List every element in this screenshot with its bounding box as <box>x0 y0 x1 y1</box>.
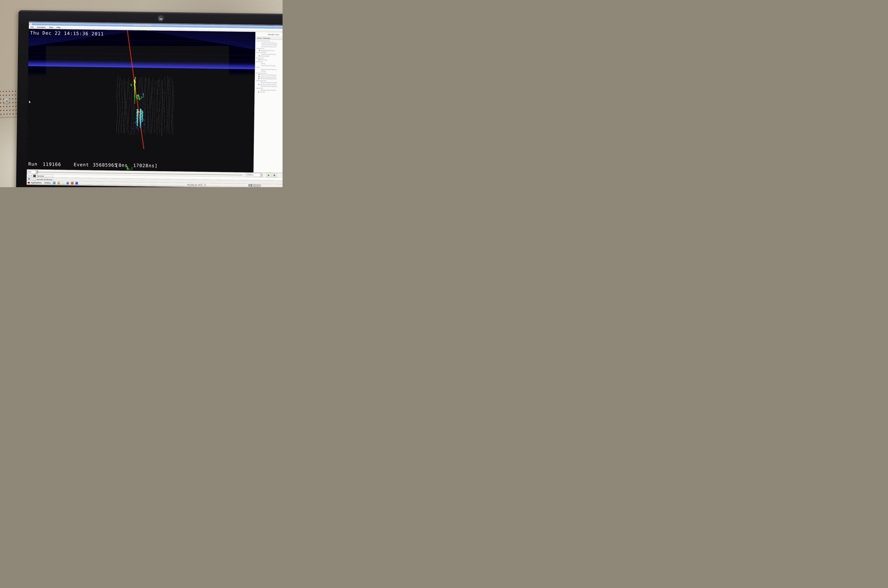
workspace-4[interactable] <box>258 184 261 187</box>
task-button-terminal[interactable]: Terminal <box>32 174 53 178</box>
tree-item-label: String <box>261 63 265 64</box>
tree-item-x-mark: ✕ <box>259 50 260 51</box>
render-tree-column-header[interactable]: Name / Renderer <box>256 36 282 40</box>
event-viewport-3d[interactable]: Thu Dec 22 14:15:36 2011 Run 119166 Even… <box>27 29 255 172</box>
menu-file[interactable]: File <box>29 26 35 28</box>
workspace-1[interactable] <box>249 184 252 187</box>
tree-item-label: StaticString<I3Time> <box>260 50 274 51</box>
workspace-2[interactable] <box>252 184 255 187</box>
tree-item-label: DOMLaunchSeriesMap <box>260 76 276 78</box>
event-label: Event <box>74 162 89 167</box>
volume-icon[interactable] <box>204 184 206 186</box>
tree-item-x-mark: ✕ <box>258 59 260 61</box>
photo-of-monitor: hp v Icecube GLShovel FileAnimationViewH… <box>0 0 282 187</box>
menu-actions[interactable]: Actions <box>44 181 51 184</box>
render-tree-panel: Render Tree Name / Renderer CleanInIceRa… <box>254 32 282 173</box>
tree-item-label: HitPlot<I3DOMLaunchS <box>260 78 276 80</box>
tree-item-x-mark: ✕ <box>258 76 260 78</box>
run-label: Run <box>28 161 38 167</box>
tree-item-label: Particle <box>260 91 265 93</box>
tree-item-x-mark: ✕ <box>258 83 260 85</box>
task-label: Terminal <box>37 175 44 177</box>
tree-item-label: StartTime<I3DOMLaunc <box>260 74 277 76</box>
current-time-spinbox[interactable]: 0ns <box>27 170 36 174</box>
tree-item-label: StaticString<I3Particle> <box>261 68 277 70</box>
workspace-switcher[interactable] <box>249 184 261 187</box>
tree-item-label: StartTime<I3RecoHitSer <box>260 83 277 86</box>
event-display-canvas <box>27 29 255 172</box>
task-button-icecube-glshovel[interactable]: Icecube GLShovel <box>32 177 53 181</box>
terminal-icon <box>33 175 36 177</box>
tree-item-label: HitPlot<I3DOMLaunch <box>261 46 276 48</box>
tree-item-label: Linefit <box>256 66 260 68</box>
tree-item-label: StaticString<I3RecoHitS <box>261 82 277 84</box>
end-time-spinner-arrows[interactable]: ▲▼ <box>260 173 262 177</box>
play-icon <box>268 174 270 176</box>
tree-item-label: DOMLaunchSeriesMap <box>261 44 277 46</box>
show-desktop-button[interactable] <box>27 177 31 181</box>
event-timestamp: Thu Dec 22 14:15:36 2011 <box>30 30 104 37</box>
render-tree-rows: CleanInIceRawDataStartTime<I3DOMLaunDOML… <box>255 40 282 93</box>
screenshot-icon[interactable] <box>66 182 69 184</box>
tree-item-label: Geometry <box>260 59 267 61</box>
menu-applications[interactable]: Applications <box>31 181 42 184</box>
stop-button[interactable] <box>272 173 277 177</box>
render-tree-title: Render Tree <box>255 32 282 36</box>
tree-item-x-mark: ✕ <box>258 91 260 93</box>
tree-item-label: StartTime<I3DOMLaun <box>261 42 277 44</box>
tree-item[interactable]: ✕Particle <box>255 91 282 93</box>
tree-item-label: CleanInIceRawData <box>256 40 270 42</box>
tree-item-x-mark: ✕ <box>258 74 260 76</box>
tree-item-label: I3SVNInfo <box>256 61 263 63</box>
hp-logo: hp <box>158 15 165 22</box>
tree-item-label: HitPlot<I3RecoHitSeries <box>261 86 277 87</box>
stop-icon <box>273 174 275 176</box>
tree-item-label: StaticString<I3EventH <box>261 53 276 55</box>
tree-item-x-mark: ✕ <box>259 55 260 57</box>
menu-animation[interactable]: Animation <box>35 26 47 28</box>
redhat-menu-icon[interactable] <box>28 181 30 184</box>
tree-item-label: TWCleanICHits <box>256 80 266 82</box>
tree-item-label: Particle <box>261 70 266 72</box>
event-value: 35605965 <box>93 162 117 168</box>
end-time-spinbox[interactable]: 40000ns <box>246 173 261 177</box>
pegboard-disc <box>4 98 10 104</box>
menu-view[interactable]: View <box>47 26 55 28</box>
show-desktop-icon <box>28 178 30 180</box>
time-window-end: 17028ns] <box>133 163 158 168</box>
tree-item-x-mark: ✕ <box>258 78 260 80</box>
tree-item-label: DrivingTime <box>256 47 264 50</box>
folder-icon[interactable] <box>57 182 60 184</box>
play-button[interactable] <box>266 173 271 177</box>
main-area: Thu Dec 22 14:15:36 2011 Run 119166 Even… <box>27 29 282 173</box>
monitor-bezel: hp v Icecube GLShovel FileAnimationViewH… <box>16 10 282 187</box>
tree-item-label: StaticString<I3Particle> <box>261 89 277 91</box>
task-label: Icecube GLShovel <box>37 178 52 180</box>
workspace-3[interactable] <box>255 184 258 187</box>
terminal-chip-icon[interactable] <box>75 182 78 184</box>
tree-item-label: I3Geometry <box>256 57 264 59</box>
mouse-cursor <box>29 100 31 104</box>
menu-help[interactable]: Help <box>55 26 62 28</box>
browser-globe-icon[interactable] <box>53 182 56 184</box>
package-icon[interactable] <box>71 182 74 184</box>
tree-item-label: IceTopRawData <box>256 72 267 74</box>
screen: v Icecube GLShovel FileAnimationViewHelp… <box>27 21 282 187</box>
tree-item-label: TrackLlhFit <box>255 87 263 89</box>
run-value: 119166 <box>43 162 61 167</box>
tree-item-label: I3EventHeader <box>256 51 266 53</box>
documents-icon[interactable] <box>62 182 64 184</box>
tree-item-label: EventHeader <box>260 55 269 57</box>
window-icon <box>33 178 36 180</box>
tree-item-label: StaticString<I3String> <box>261 64 276 66</box>
time-window-start: [0ns <box>116 163 128 168</box>
